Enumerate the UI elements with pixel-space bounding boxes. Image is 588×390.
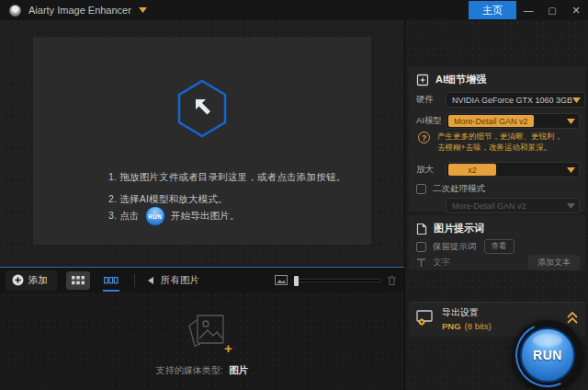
grid-view-icon xyxy=(72,276,85,285)
collapse-double-chevron-icon[interactable] xyxy=(567,312,578,324)
run-button[interactable]: RUN xyxy=(520,327,575,383)
hardware-dropdown[interactable]: NVIDIA GeForce GTX 1060 3GB xyxy=(446,92,585,108)
empty-images-placeholder-icon: + xyxy=(182,311,233,353)
minimize-button[interactable]: — xyxy=(516,0,540,20)
scale-selected-pill: x2 xyxy=(448,164,496,176)
export-settings-icon xyxy=(416,310,435,327)
help-icon[interactable]: ? xyxy=(418,132,430,143)
scale-label: 放大 xyxy=(416,164,446,176)
image-list-area[interactable]: + 支持的媒体类型: 图片 xyxy=(0,292,404,390)
toolbar-separator xyxy=(134,274,135,287)
maximize-button[interactable]: ▢ xyxy=(540,0,564,20)
ai-model-dropdown[interactable]: More-Detail GAN v2 xyxy=(446,113,580,129)
run-button-label: RUN xyxy=(533,348,562,362)
secondary-mode-checkbox[interactable] xyxy=(416,184,426,194)
scale-value: x2 xyxy=(468,166,477,175)
grid-view-toggle[interactable] xyxy=(66,271,90,290)
model-hint-line1: 产生更多的细节，更清晰、更锐利， xyxy=(437,132,562,141)
secondary-model-value: More-Detail GAN v2 xyxy=(452,201,567,211)
image-drop-zone[interactable]: 1. 拖放图片文件或者目录到这里，或者点击添加按钮。 2. 选择AI模型和放大模… xyxy=(33,37,371,245)
app-title: Aiarty Image Enhancer xyxy=(28,5,131,16)
chevron-down-icon xyxy=(567,203,575,209)
filmstrip-view-icon xyxy=(104,277,119,284)
prompt-section-title: 图片提示词 xyxy=(434,222,484,235)
thumbnail-size-icon xyxy=(275,275,288,285)
chevron-down-icon xyxy=(572,98,581,103)
instruction-step-3-prefix: 3. 点击 xyxy=(108,210,140,223)
model-hint-text: 产生更多的细节，更清晰、更锐利， 去模糊+去噪，改善运动和景深。 xyxy=(437,132,562,153)
chevron-down-icon xyxy=(567,119,575,124)
add-button[interactable]: 添加 xyxy=(6,270,57,291)
export-section-title: 导出设置 xyxy=(442,306,492,319)
instruction-step-2: 2. 选择AI模型和放大模式。 xyxy=(108,193,228,206)
supported-media-value: 图片 xyxy=(229,364,248,375)
plus-circle-icon xyxy=(12,274,24,286)
model-hint-line2: 去模糊+去噪，改善运动和景深。 xyxy=(437,143,551,152)
text-label: 文字 xyxy=(433,257,450,269)
enhance-section-title: AI细节增强 xyxy=(435,73,486,86)
view-prompt-button[interactable]: 查看 xyxy=(484,239,514,254)
export-bits-value: (8 bits) xyxy=(465,321,492,331)
add-plus-icon: + xyxy=(224,340,232,356)
ai-model-value: More-Detail GAN v2 xyxy=(454,117,528,126)
all-images-label: 所有图片 xyxy=(161,274,199,287)
document-icon xyxy=(416,223,427,235)
slider-handle[interactable] xyxy=(294,276,299,286)
export-format: PNG(8 bits) xyxy=(442,321,492,331)
bottom-toolbar: 添加 所有图片 xyxy=(0,267,404,292)
run-button-bezel: RUN xyxy=(513,320,582,390)
hexagon-cursor-icon xyxy=(175,79,229,138)
filmstrip-view-toggle[interactable] xyxy=(99,271,123,290)
secondary-model-dropdown: More-Detail GAN v2 xyxy=(446,198,580,213)
home-button[interactable]: 主页 xyxy=(469,1,516,19)
keep-prompt-checkbox[interactable] xyxy=(416,242,426,252)
main-area: 1. 拖放图片文件或者目录到这里，或者点击添加按钮。 2. 选择AI模型和放大模… xyxy=(0,20,404,267)
secondary-mode-label: 二次处理模式 xyxy=(433,183,485,195)
trash-icon[interactable] xyxy=(387,275,397,286)
image-prompt-section: 图片提示词 保留提示词 查看 文字 添加文本 xyxy=(409,215,585,270)
close-button[interactable]: ✕ xyxy=(564,0,588,20)
scale-dropdown[interactable]: x2 xyxy=(446,162,580,178)
app-window: Aiarty Image Enhancer 主页 — ▢ ✕ 1. 拖放图片文件… xyxy=(0,0,588,390)
add-button-label: 添加 xyxy=(28,274,48,287)
title-bar: Aiarty Image Enhancer 主页 — ▢ ✕ xyxy=(0,0,588,20)
export-format-value: PNG xyxy=(442,321,461,331)
supported-media-text: 支持的媒体类型: 图片 xyxy=(0,364,404,377)
ai-model-label: AI模型 xyxy=(416,115,446,127)
ai-enhance-section: AI细节增强 硬件 NVIDIA GeForce GTX 1060 3GB AI… xyxy=(409,66,585,212)
active-view-underline xyxy=(103,290,119,292)
keep-prompt-label: 保留提示词 xyxy=(433,241,477,253)
ai-model-selected-pill: More-Detail GAN v2 xyxy=(448,115,534,127)
model-hint: ? 产生更多的细节，更清晰、更锐利， 去模糊+去噪，改善运动和景深。 xyxy=(416,132,582,153)
all-images-filter[interactable]: 所有图片 xyxy=(146,274,199,287)
hardware-value: NVIDIA GeForce GTX 1060 3GB xyxy=(452,96,572,105)
instruction-step-3: 3. 点击 RUN 开始导出图片。 xyxy=(108,206,240,226)
instruction-step-3-suffix: 开始导出图片。 xyxy=(171,210,240,223)
title-dropdown-icon[interactable] xyxy=(139,7,147,13)
back-arrow-icon xyxy=(146,276,155,285)
run-badge-icon: RUN xyxy=(145,206,165,226)
text-filter-icon xyxy=(416,258,426,268)
hardware-label: 硬件 xyxy=(416,94,446,106)
instruction-step-1: 1. 拖放图片文件或者目录到这里，或者点击添加按钮。 xyxy=(108,171,345,184)
thumbnail-size-slider[interactable] xyxy=(293,279,381,282)
settings-panel: AI细节增强 硬件 NVIDIA GeForce GTX 1060 3GB AI… xyxy=(404,20,588,390)
enhance-icon xyxy=(416,74,429,86)
add-text-button: 添加文本 xyxy=(528,255,580,270)
chevron-down-icon xyxy=(567,167,575,173)
app-logo-icon xyxy=(9,5,21,17)
supported-media-prefix: 支持的媒体类型: xyxy=(156,365,223,375)
